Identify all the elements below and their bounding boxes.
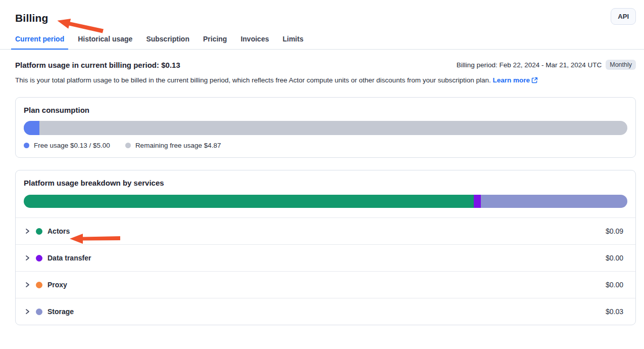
billing-period-group: Billing period: Feb 22, 2024 - Mar 21, 2… bbox=[457, 60, 636, 70]
billing-cycle-badge: Monthly bbox=[606, 60, 636, 70]
chevron-right-icon[interactable] bbox=[24, 228, 31, 235]
actors-dot bbox=[36, 228, 42, 235]
external-link-icon bbox=[531, 77, 538, 85]
service-name: Actors bbox=[47, 227, 70, 235]
legend-label: Remaining free usage $4.87 bbox=[135, 142, 221, 149]
plan-consumption-legend: Free usage $0.13 / $5.00 Remaining free … bbox=[24, 142, 627, 149]
billing-tabbar: Current period Historical usage Subscrip… bbox=[0, 32, 644, 50]
free-usage-fill bbox=[24, 121, 39, 135]
usage-breakdown-card: Platform usage breakdown by services Act… bbox=[15, 170, 636, 325]
remaining-usage-dot bbox=[125, 143, 131, 148]
billing-period-text: Billing period: Feb 22, 2024 - Mar 21, 2… bbox=[457, 61, 602, 69]
chevron-right-icon[interactable] bbox=[24, 308, 31, 315]
billing-page: Billing API Current period Historical us… bbox=[0, 0, 644, 349]
plan-consumption-title: Plan consumption bbox=[24, 106, 627, 114]
service-amount: $0.00 bbox=[606, 281, 623, 289]
data-transfer-dot bbox=[36, 255, 42, 261]
services-stacked-bar bbox=[24, 195, 627, 208]
tab-invoices[interactable]: Invoices bbox=[236, 32, 273, 50]
service-name: Data transfer bbox=[47, 254, 91, 262]
chevron-right-icon[interactable] bbox=[24, 281, 31, 288]
service-row-data-transfer[interactable]: Data transfer $0.00 bbox=[16, 244, 635, 271]
plan-consumption-progress-bar bbox=[24, 121, 627, 135]
learn-more-link[interactable]: Learn more bbox=[492, 76, 538, 84]
storage-bar-segment bbox=[481, 195, 627, 208]
service-name: Proxy bbox=[47, 281, 67, 289]
service-name: Storage bbox=[47, 308, 74, 316]
free-usage-dot bbox=[24, 143, 29, 148]
service-rows: Actors $0.09 Data transfer $0.00 Proxy bbox=[16, 217, 635, 325]
tab-subscription[interactable]: Subscription bbox=[142, 32, 193, 50]
usage-description: This is your total platform usage to be … bbox=[0, 76, 644, 85]
page-title: Billing bbox=[15, 8, 48, 24]
service-row-storage[interactable]: Storage $0.03 bbox=[16, 298, 635, 325]
usage-summary-row: Platform usage in current billing period… bbox=[0, 60, 644, 70]
page-header: Billing API bbox=[0, 0, 644, 25]
service-amount: $0.09 bbox=[606, 227, 623, 235]
legend-label: Free usage $0.13 / $5.00 bbox=[34, 142, 110, 149]
usage-description-text: This is your total platform usage to be … bbox=[15, 76, 491, 84]
service-amount: $0.00 bbox=[606, 254, 623, 262]
chevron-right-icon[interactable] bbox=[24, 254, 31, 261]
data-transfer-bar-segment bbox=[474, 195, 480, 208]
tab-historical-usage[interactable]: Historical usage bbox=[74, 32, 136, 50]
storage-dot bbox=[36, 309, 42, 315]
api-button[interactable]: API bbox=[611, 8, 636, 25]
tab-limits[interactable]: Limits bbox=[278, 32, 307, 50]
service-row-proxy[interactable]: Proxy $0.00 bbox=[16, 271, 635, 298]
actors-bar-segment bbox=[24, 195, 474, 208]
service-row-actors[interactable]: Actors $0.09 bbox=[16, 217, 635, 244]
service-amount: $0.03 bbox=[606, 308, 623, 316]
tab-current-period[interactable]: Current period bbox=[11, 32, 68, 50]
legend-item-free-usage: Free usage $0.13 / $5.00 bbox=[24, 142, 110, 149]
plan-consumption-card: Plan consumption Free usage $0.13 / $5.0… bbox=[15, 97, 636, 158]
tab-pricing[interactable]: Pricing bbox=[199, 32, 231, 50]
usage-summary-heading: Platform usage in current billing period… bbox=[15, 61, 180, 69]
legend-item-remaining-usage: Remaining free usage $4.87 bbox=[125, 142, 221, 149]
usage-breakdown-title: Platform usage breakdown by services bbox=[24, 179, 627, 187]
proxy-dot bbox=[36, 282, 42, 288]
